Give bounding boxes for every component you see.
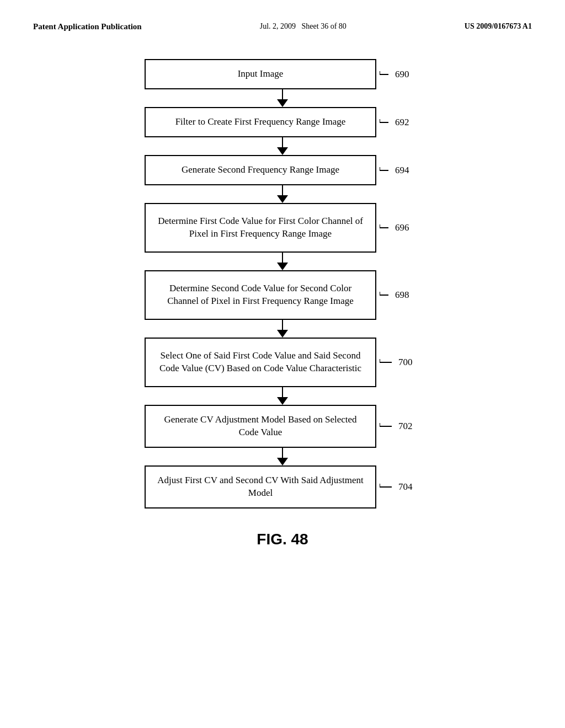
node-generate-cv-model: Generate CV Adjustment Model Based on Se… [145,405,376,448]
label-692: 692 [380,117,409,128]
label-702: 702 [380,421,413,432]
sheet-number: Sheet 36 of 80 [302,22,347,30]
patent-page: Patent Application Publication Jul. 2, 2… [0,0,565,728]
label-700: 700 [380,357,413,368]
arrow-1 [277,89,288,107]
label-698: 698 [380,290,409,301]
node-adjust-cv: Adjust First CV and Second CV With Said … [145,465,376,508]
flowchart: Input Image 690 Filter to Create First F… [33,59,532,548]
node-determine-second-code: Determine Second Code Value for Second C… [145,270,376,320]
arrow-4 [277,253,288,270]
date-sheet: Jul. 2, 2009 Sheet 36 of 80 [260,22,347,31]
figure-caption: FIG. 48 [257,531,308,548]
publication-label: Patent Application Publication [33,22,142,31]
node-generate-second-freq: Generate Second Frequency Range Image [145,155,376,185]
arrow-7 [277,448,288,465]
node-input-image: Input Image [145,59,376,89]
node-filter-first-freq: Filter to Create First Frequency Range I… [145,107,376,137]
patent-number: US 2009/0167673 A1 [465,22,532,31]
label-694: 694 [380,165,409,176]
arrow-2 [277,137,288,155]
label-690: 690 [380,69,409,80]
arrow-5 [277,320,288,338]
label-704: 704 [380,481,413,493]
publication-date: Jul. 2, 2009 [260,22,296,30]
page-header: Patent Application Publication Jul. 2, 2… [33,22,532,31]
arrow-6 [277,387,288,405]
label-696: 696 [380,222,409,233]
node-select-code-value: Select One of Said First Code Value and … [145,338,376,387]
node-determine-first-code: Determine First Code Value for First Col… [145,203,376,253]
arrow-3 [277,185,288,203]
